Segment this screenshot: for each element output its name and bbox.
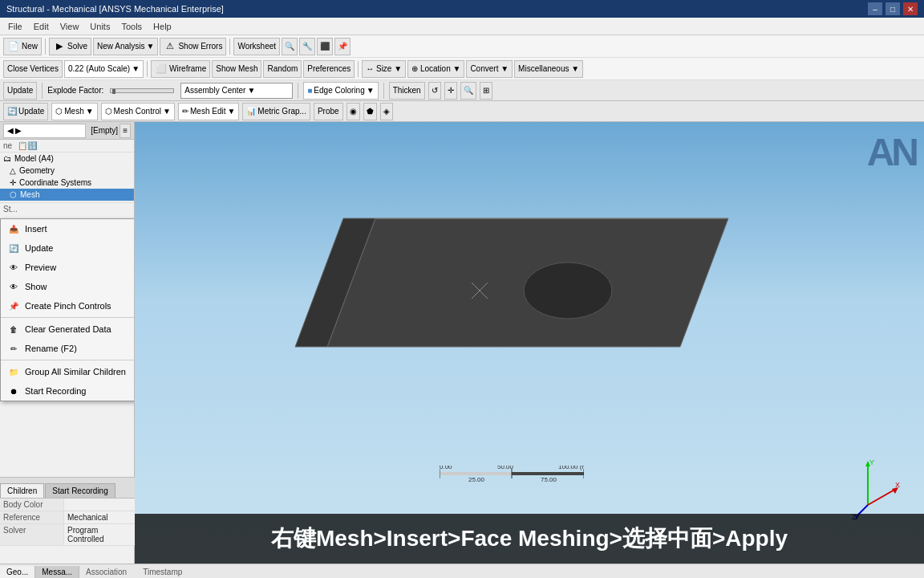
menu-view[interactable]: View xyxy=(55,20,84,33)
mesh-control-icon: ⬡ xyxy=(105,107,112,116)
assembly-center-dropdown[interactable]: Assembly Center ▼ xyxy=(180,83,293,99)
miscellaneous-button[interactable]: Miscellaneous ▼ xyxy=(514,60,583,78)
size-button[interactable]: ↔ Size ▼ xyxy=(362,60,406,78)
wireframe-icon: ⬜ xyxy=(155,63,168,75)
main-area: ◀ ▶ [Empty] ≡ ne 📋🔢 🗂 Model (A4) △ Geome… xyxy=(0,122,924,564)
thicken-button[interactable]: Thicken xyxy=(389,82,425,100)
rename-icon: ✏ xyxy=(7,342,20,355)
header-dropdown[interactable]: ◀ ▶ xyxy=(3,124,86,138)
chevron-down-icon: ▼ xyxy=(147,42,155,51)
3d-shape-svg xyxy=(279,154,744,411)
menu-tools[interactable]: Tools xyxy=(116,20,147,33)
tab-children[interactable]: Children xyxy=(0,483,44,498)
probe-button[interactable]: Probe xyxy=(314,103,343,120)
close-button[interactable]: ✕ xyxy=(903,2,918,15)
title-bar: Structural - Mechanical [ANSYS Mechanica… xyxy=(0,0,924,18)
preferences-button[interactable]: Preferences xyxy=(303,60,355,78)
geometry-icon: △ xyxy=(10,166,16,175)
header-icon-btn[interactable]: ≡ xyxy=(120,124,131,138)
title-controls: – □ ✕ xyxy=(868,2,918,15)
svg-text:0.00: 0.00 xyxy=(440,466,452,470)
wireframe-button[interactable]: ⬜ Wireframe xyxy=(151,60,210,78)
cm-clear-generated[interactable]: 🗑 Clear Generated Data xyxy=(1,320,135,339)
new-analysis-button[interactable]: New Analysis ▼ xyxy=(93,38,158,55)
icon-btn-2[interactable]: 🔧 xyxy=(299,38,315,55)
menu-help[interactable]: Help xyxy=(148,20,176,33)
show-errors-button[interactable]: ⚠ Show Errors xyxy=(160,38,226,55)
worksheet-button[interactable]: Worksheet xyxy=(233,38,280,55)
ansys-logo: AN xyxy=(867,130,916,174)
solver-label: Solver xyxy=(0,524,64,545)
zoom-icon-btn[interactable]: 🔍 xyxy=(460,82,476,100)
mesh-update-button[interactable]: 🔄 Update xyxy=(3,103,48,120)
solver-value: Program Controlled xyxy=(64,524,135,545)
mesh-dropdown[interactable]: ⬡ Mesh ▼ xyxy=(51,103,97,120)
timestamp-col-header: Timestamp xyxy=(143,568,182,576)
bottom-tab-geo[interactable]: Geo... xyxy=(0,566,35,578)
new-icon: 📄 xyxy=(7,40,20,53)
tree-geometry[interactable]: △ Geometry xyxy=(0,165,134,177)
probe-icon-btn1[interactable]: ◉ xyxy=(346,103,360,120)
chevron-down-icon: ▼ xyxy=(227,107,235,116)
update-icon-cm: 🔄 xyxy=(7,242,20,254)
solve-button[interactable]: ▶ Solve xyxy=(49,38,91,55)
preview-icon: 👁 xyxy=(7,261,20,274)
menu-file[interactable]: File xyxy=(3,20,27,33)
cm-show[interactable]: 👁 Show xyxy=(1,277,135,296)
toolbar-sep-2 xyxy=(229,39,230,55)
probe-icon-btn3[interactable]: ◈ xyxy=(380,103,393,120)
metric-graph-button[interactable]: 📊 Metric Grap... xyxy=(242,103,310,120)
new-button[interactable]: 📄 New xyxy=(3,38,42,55)
cm-create-pinch[interactable]: 📌 Create Pinch Controls xyxy=(1,296,135,315)
show-mesh-button[interactable]: Show Mesh xyxy=(212,60,261,78)
menu-edit[interactable]: Edit xyxy=(29,20,54,33)
cm-update[interactable]: 🔄 Update xyxy=(1,238,135,258)
svg-point-3 xyxy=(524,263,612,319)
tree-model[interactable]: 🗂 Model (A4) xyxy=(0,153,134,165)
mesh-edit-dropdown[interactable]: ✏ Mesh Edit ▼ xyxy=(178,103,239,120)
tab-start-recording[interactable]: Start Recording xyxy=(45,483,115,498)
context-menu: 📥 Insert 🔄 Update 👁 Preview 👁 Show 📌 xyxy=(0,218,135,401)
minimize-button[interactable]: – xyxy=(868,2,882,15)
menu-bar: File Edit View Units Tools Help xyxy=(0,18,924,35)
bottom-instruction-overlay: 右键Mesh>Insert>Face Meshing>选择中面>Apply xyxy=(135,514,924,564)
rotate-icon-btn[interactable]: ↺ xyxy=(428,82,441,100)
icon-btn-3[interactable]: ⬛ xyxy=(317,38,333,55)
probe-icon-btn2[interactable]: ⬟ xyxy=(363,103,377,120)
close-vertices-button[interactable]: Close Vertices xyxy=(3,60,63,78)
location-button[interactable]: ⊕ Location ▼ xyxy=(407,60,464,78)
cm-preview[interactable]: 👁 Preview xyxy=(1,258,135,277)
tree-coordinate-systems[interactable]: ✛ Coordinate Systems xyxy=(0,177,134,189)
icon-btn-4[interactable]: 📌 xyxy=(334,38,351,55)
icon-btn-1[interactable]: 🔍 xyxy=(282,38,298,55)
viewport[interactable]: AN 0.00 50.00 100.00 xyxy=(135,122,924,564)
fit-icon-btn[interactable]: ⊞ xyxy=(480,82,492,100)
axis-svg: Y X Z xyxy=(852,457,900,521)
menu-units[interactable]: Units xyxy=(85,20,115,33)
auto-scale-dropdown[interactable]: 0.22 (Auto Scale) ▼ xyxy=(64,60,144,78)
update-button-3[interactable]: Update xyxy=(3,82,37,100)
update-icon: 🔄 xyxy=(7,107,17,116)
bottom-tab-messages[interactable]: Messa... xyxy=(35,566,79,578)
random-button[interactable]: Random xyxy=(263,60,302,78)
svg-text:50.00: 50.00 xyxy=(497,466,514,470)
edge-coloring-dropdown[interactable]: ■ Edge Coloring ▼ xyxy=(303,82,378,100)
cm-insert[interactable]: 📥 Insert xyxy=(1,219,135,238)
left-panel: ◀ ▶ [Empty] ≡ ne 📋🔢 🗂 Model (A4) △ Geome… xyxy=(0,122,135,564)
prop-body-color: Body Color xyxy=(0,499,135,511)
svg-rect-7 xyxy=(440,472,512,475)
maximize-button[interactable]: □ xyxy=(886,2,900,15)
mesh-control-dropdown[interactable]: ⬡ Mesh Control ▼ xyxy=(101,103,175,120)
body-color-value[interactable] xyxy=(64,499,135,511)
cm-group-children[interactable]: 📁 Group All Similar Children xyxy=(1,362,135,381)
pan-icon-btn[interactable]: ✛ xyxy=(444,82,457,100)
reference-label: Reference xyxy=(0,511,64,523)
cm-rename[interactable]: ✏ Rename (F2) xyxy=(1,339,135,358)
chevron-down-icon: ▼ xyxy=(247,86,255,95)
record-icon: ⏺ xyxy=(7,385,20,397)
cm-start-recording[interactable]: ⏺ Start Recording xyxy=(1,381,135,401)
tree-mesh[interactable]: ⬡ Mesh xyxy=(0,189,134,201)
insert-icon: 📥 xyxy=(7,222,20,235)
svg-text:75.00: 75.00 xyxy=(541,476,557,482)
convert-button[interactable]: Convert ▼ xyxy=(466,60,513,78)
